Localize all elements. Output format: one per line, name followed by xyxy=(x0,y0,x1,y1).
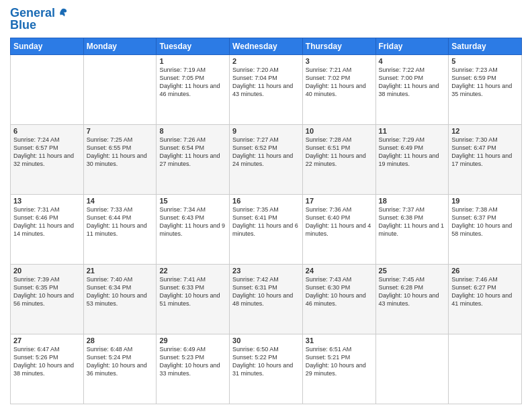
day-number: 6 xyxy=(13,127,81,135)
day-number: 16 xyxy=(232,197,300,205)
calendar-cell: 28Sunrise: 6:48 AM Sunset: 5:24 PM Dayli… xyxy=(83,334,157,404)
day-number: 30 xyxy=(232,336,300,345)
column-header-monday: Monday xyxy=(83,38,157,54)
column-header-tuesday: Tuesday xyxy=(157,38,230,54)
cell-content: Sunrise: 7:33 AM Sunset: 6:44 PM Dayligh… xyxy=(87,205,154,238)
day-number: 17 xyxy=(306,197,373,205)
day-number: 19 xyxy=(451,197,519,205)
cell-content: Sunrise: 6:47 AM Sunset: 5:26 PM Dayligh… xyxy=(13,345,81,378)
calendar-cell: 7Sunrise: 7:25 AM Sunset: 6:55 PM Daylig… xyxy=(83,124,157,194)
day-number: 4 xyxy=(379,57,446,65)
calendar-cell xyxy=(375,334,449,404)
day-number: 9 xyxy=(232,127,300,135)
day-number: 28 xyxy=(87,336,154,345)
day-number: 11 xyxy=(379,127,446,135)
day-number: 14 xyxy=(87,197,154,205)
column-header-sunday: Sunday xyxy=(11,38,84,54)
cell-content: Sunrise: 7:39 AM Sunset: 6:35 PM Dayligh… xyxy=(13,275,81,308)
calendar-cell: 1Sunrise: 7:19 AM Sunset: 7:05 PM Daylig… xyxy=(157,54,230,124)
calendar-cell: 31Sunrise: 6:51 AM Sunset: 5:21 PM Dayli… xyxy=(302,334,375,404)
day-number: 5 xyxy=(451,57,519,65)
cell-content: Sunrise: 7:23 AM Sunset: 6:59 PM Dayligh… xyxy=(451,66,519,99)
week-row-1: 1Sunrise: 7:19 AM Sunset: 7:05 PM Daylig… xyxy=(11,54,522,124)
calendar-cell: 5Sunrise: 7:23 AM Sunset: 6:59 PM Daylig… xyxy=(449,54,522,124)
calendar-cell: 23Sunrise: 7:42 AM Sunset: 6:31 PM Dayli… xyxy=(230,264,303,334)
calendar-cell: 14Sunrise: 7:33 AM Sunset: 6:44 PM Dayli… xyxy=(83,194,157,264)
calendar-cell: 21Sunrise: 7:40 AM Sunset: 6:34 PM Dayli… xyxy=(83,264,157,334)
calendar-cell: 25Sunrise: 7:45 AM Sunset: 6:28 PM Dayli… xyxy=(375,264,449,334)
day-number: 22 xyxy=(159,267,226,275)
week-row-3: 13Sunrise: 7:31 AM Sunset: 6:46 PM Dayli… xyxy=(11,194,522,264)
column-header-saturday: Saturday xyxy=(449,38,522,54)
cell-content: Sunrise: 7:45 AM Sunset: 6:28 PM Dayligh… xyxy=(379,275,446,308)
day-number: 27 xyxy=(13,336,81,345)
week-row-4: 20Sunrise: 7:39 AM Sunset: 6:35 PM Dayli… xyxy=(11,264,522,334)
calendar-table: SundayMondayTuesdayWednesdayThursdayFrid… xyxy=(10,38,522,404)
cell-content: Sunrise: 7:20 AM Sunset: 7:04 PM Dayligh… xyxy=(232,66,300,99)
cell-content: Sunrise: 7:34 AM Sunset: 6:43 PM Dayligh… xyxy=(159,205,226,238)
day-number: 31 xyxy=(306,336,373,345)
column-header-thursday: Thursday xyxy=(302,38,375,54)
calendar-cell: 17Sunrise: 7:36 AM Sunset: 6:40 PM Dayli… xyxy=(302,194,375,264)
calendar-cell: 10Sunrise: 7:28 AM Sunset: 6:51 PM Dayli… xyxy=(302,124,375,194)
cell-content: Sunrise: 6:50 AM Sunset: 5:22 PM Dayligh… xyxy=(232,345,300,378)
cell-content: Sunrise: 7:24 AM Sunset: 6:57 PM Dayligh… xyxy=(13,136,81,169)
calendar-cell xyxy=(449,334,522,404)
cell-content: Sunrise: 7:38 AM Sunset: 6:37 PM Dayligh… xyxy=(451,205,519,238)
cell-content: Sunrise: 7:27 AM Sunset: 6:52 PM Dayligh… xyxy=(232,136,300,169)
logo-bird-icon xyxy=(56,7,68,19)
calendar-cell: 24Sunrise: 7:43 AM Sunset: 6:30 PM Dayli… xyxy=(302,264,375,334)
cell-content: Sunrise: 7:31 AM Sunset: 6:46 PM Dayligh… xyxy=(13,205,81,238)
day-number: 2 xyxy=(232,57,300,65)
day-number: 7 xyxy=(87,127,154,135)
column-header-wednesday: Wednesday xyxy=(230,38,303,54)
day-number: 12 xyxy=(451,127,519,135)
calendar-cell: 3Sunrise: 7:21 AM Sunset: 7:02 PM Daylig… xyxy=(302,54,375,124)
calendar-cell: 6Sunrise: 7:24 AM Sunset: 6:57 PM Daylig… xyxy=(11,124,84,194)
calendar-cell: 18Sunrise: 7:37 AM Sunset: 6:38 PM Dayli… xyxy=(375,194,449,264)
cell-content: Sunrise: 7:30 AM Sunset: 6:47 PM Dayligh… xyxy=(451,136,519,169)
page: General Blue SundayMondayTuesdayWednesda… xyxy=(0,0,532,411)
day-number: 1 xyxy=(159,57,226,65)
cell-content: Sunrise: 6:51 AM Sunset: 5:21 PM Dayligh… xyxy=(306,345,373,378)
calendar-cell: 29Sunrise: 6:49 AM Sunset: 5:23 PM Dayli… xyxy=(157,334,230,404)
cell-content: Sunrise: 6:48 AM Sunset: 5:24 PM Dayligh… xyxy=(87,345,154,378)
day-number: 20 xyxy=(13,267,81,275)
day-number: 18 xyxy=(379,197,446,205)
calendar-cell: 2Sunrise: 7:20 AM Sunset: 7:04 PM Daylig… xyxy=(230,54,303,124)
calendar-cell: 15Sunrise: 7:34 AM Sunset: 6:43 PM Dayli… xyxy=(157,194,230,264)
cell-content: Sunrise: 7:42 AM Sunset: 6:31 PM Dayligh… xyxy=(232,275,300,308)
cell-content: Sunrise: 7:21 AM Sunset: 7:02 PM Dayligh… xyxy=(306,66,373,99)
column-header-friday: Friday xyxy=(375,38,449,54)
calendar-cell: 27Sunrise: 6:47 AM Sunset: 5:26 PM Dayli… xyxy=(11,334,84,404)
calendar-cell: 26Sunrise: 7:46 AM Sunset: 6:27 PM Dayli… xyxy=(449,264,522,334)
day-number: 10 xyxy=(306,127,373,135)
calendar-cell xyxy=(83,54,157,124)
day-number: 3 xyxy=(306,57,373,65)
day-number: 13 xyxy=(13,197,81,205)
logo-text-blue: Blue xyxy=(10,18,68,32)
cell-content: Sunrise: 7:36 AM Sunset: 6:40 PM Dayligh… xyxy=(306,205,373,238)
cell-content: Sunrise: 7:26 AM Sunset: 6:54 PM Dayligh… xyxy=(159,136,226,169)
cell-content: Sunrise: 7:37 AM Sunset: 6:38 PM Dayligh… xyxy=(379,205,446,238)
cell-content: Sunrise: 7:28 AM Sunset: 6:51 PM Dayligh… xyxy=(306,136,373,169)
day-number: 15 xyxy=(159,197,226,205)
cell-content: Sunrise: 7:22 AM Sunset: 7:00 PM Dayligh… xyxy=(379,66,446,99)
day-number: 25 xyxy=(379,267,446,275)
header: General Blue xyxy=(10,7,522,32)
cell-content: Sunrise: 7:29 AM Sunset: 6:49 PM Dayligh… xyxy=(379,136,446,169)
cell-content: Sunrise: 7:41 AM Sunset: 6:33 PM Dayligh… xyxy=(159,275,226,308)
header-row: SundayMondayTuesdayWednesdayThursdayFrid… xyxy=(11,38,522,54)
cell-content: Sunrise: 6:49 AM Sunset: 5:23 PM Dayligh… xyxy=(159,345,226,378)
logo: General Blue xyxy=(10,7,68,32)
day-number: 26 xyxy=(451,267,519,275)
calendar-cell: 22Sunrise: 7:41 AM Sunset: 6:33 PM Dayli… xyxy=(157,264,230,334)
calendar-cell: 20Sunrise: 7:39 AM Sunset: 6:35 PM Dayli… xyxy=(11,264,84,334)
calendar-cell: 19Sunrise: 7:38 AM Sunset: 6:37 PM Dayli… xyxy=(449,194,522,264)
day-number: 23 xyxy=(232,267,300,275)
cell-content: Sunrise: 7:46 AM Sunset: 6:27 PM Dayligh… xyxy=(451,275,519,308)
calendar-cell: 12Sunrise: 7:30 AM Sunset: 6:47 PM Dayli… xyxy=(449,124,522,194)
cell-content: Sunrise: 7:43 AM Sunset: 6:30 PM Dayligh… xyxy=(306,275,373,308)
calendar-cell: 11Sunrise: 7:29 AM Sunset: 6:49 PM Dayli… xyxy=(375,124,449,194)
calendar-cell: 16Sunrise: 7:35 AM Sunset: 6:41 PM Dayli… xyxy=(230,194,303,264)
